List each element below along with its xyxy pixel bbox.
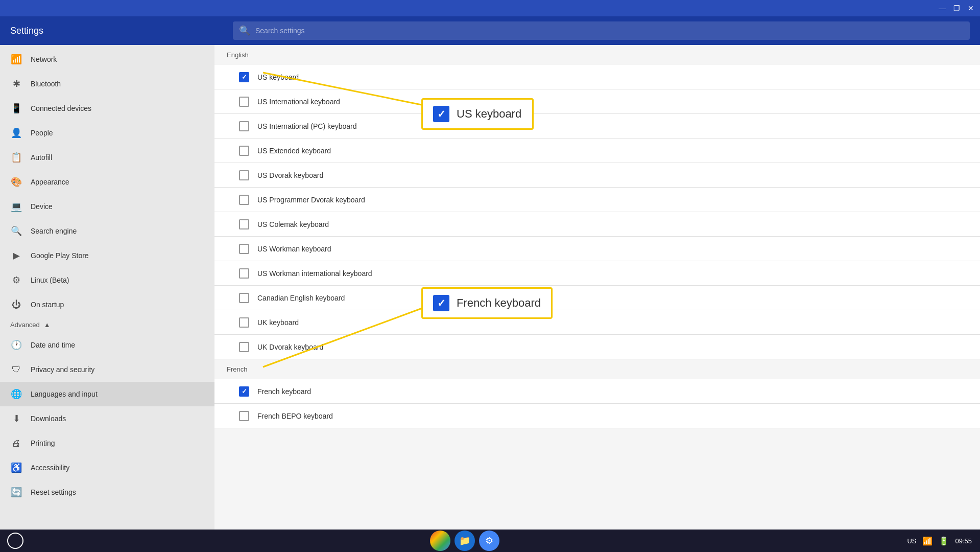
taskbar-center: 📁 ⚙ xyxy=(31,531,899,551)
keyboard-checkbox[interactable] xyxy=(239,72,249,82)
reset-icon: 🔄 xyxy=(10,486,22,498)
keyboard-item[interactable]: US Workman international keyboard xyxy=(214,261,980,286)
sidebar-item-linux[interactable]: ⚙ Linux (Beta) xyxy=(0,268,214,292)
keyboard-label: UK keyboard xyxy=(257,318,299,327)
app-title: Settings xyxy=(10,26,225,36)
keyboard-item[interactable]: US Programmer Dvorak keyboard xyxy=(214,188,980,212)
keyboard-item[interactable]: UK keyboard xyxy=(214,310,980,335)
sidebar-label-linux: Linux (Beta) xyxy=(31,276,69,284)
network-icon: 📶 xyxy=(10,53,22,65)
keyboard-checkbox[interactable] xyxy=(239,170,249,180)
us-callout-checkbox xyxy=(433,106,449,122)
keyboard-item[interactable]: US International keyboard xyxy=(214,89,980,114)
search-input[interactable] xyxy=(255,27,964,35)
chrome-app-button[interactable] xyxy=(430,531,450,551)
sidebar-label-google-play: Google Play Store xyxy=(31,251,89,260)
sidebar-item-on-startup[interactable]: ⏻ On startup xyxy=(0,292,214,317)
keyboard-item[interactable]: US Extended keyboard xyxy=(214,139,980,163)
sidebar-item-printing[interactable]: 🖨 Printing xyxy=(0,431,214,455)
sidebar-item-date-time[interactable]: 🕐 Date and time xyxy=(0,333,214,357)
section-header-1: French xyxy=(214,359,980,379)
keyboard-item[interactable]: US Workman keyboard xyxy=(214,237,980,261)
sidebar-label-reset: Reset settings xyxy=(31,488,76,496)
keyboard-checkbox[interactable] xyxy=(239,219,249,229)
keyboard-checkbox[interactable] xyxy=(239,317,249,328)
sidebar-item-device[interactable]: 💻 Device xyxy=(0,194,214,219)
keyboard-item[interactable]: US Colemak keyboard xyxy=(214,212,980,237)
keyboard-item[interactable]: French BEPO keyboard xyxy=(214,404,980,428)
sidebar-item-accessibility[interactable]: ♿ Accessibility xyxy=(0,455,214,480)
sidebar-item-connected-devices[interactable]: 📱 Connected devices xyxy=(0,96,214,121)
sidebar-item-network[interactable]: 📶 Network xyxy=(0,47,214,72)
sidebar-item-google-play[interactable]: ▶ Google Play Store xyxy=(0,243,214,268)
us-keyboard-callout: US keyboard xyxy=(421,98,534,130)
languages-icon: 🌐 xyxy=(10,388,22,400)
settings-app-button[interactable]: ⚙ xyxy=(479,531,499,551)
keyboard-checkbox[interactable] xyxy=(239,386,249,397)
keyboard-label: US Extended keyboard xyxy=(257,147,331,155)
keyboard-item[interactable]: French keyboard xyxy=(214,379,980,404)
keyboard-item[interactable]: US International (PC) keyboard xyxy=(214,114,980,139)
sidebar-item-appearance[interactable]: 🎨 Appearance xyxy=(0,170,214,194)
maximize-button[interactable]: ❐ xyxy=(951,3,962,13)
clock: 09:55 xyxy=(955,537,972,545)
keyboard-checkbox[interactable] xyxy=(239,293,249,303)
autofill-icon: 📋 xyxy=(10,151,22,164)
close-button[interactable]: ✕ xyxy=(966,3,976,13)
bluetooth-icon: ✱ xyxy=(10,78,22,90)
french-callout-checkbox xyxy=(433,295,449,311)
sidebar-item-search-engine[interactable]: 🔍 Search engine xyxy=(0,219,214,243)
header: Settings 🔍 xyxy=(0,16,980,45)
keyboard-item[interactable]: UK Dvorak keyboard xyxy=(214,335,980,359)
sidebar-item-privacy[interactable]: 🛡 Privacy and security xyxy=(0,357,214,382)
sidebar-item-languages[interactable]: 🌐 Languages and input xyxy=(0,382,214,406)
sidebar-label-appearance: Appearance xyxy=(31,178,69,186)
keyboard-checkbox[interactable] xyxy=(239,146,249,156)
keyboard-label: US Dvorak keyboard xyxy=(257,171,323,179)
sidebar-item-people[interactable]: 👤 People xyxy=(0,121,214,145)
keyboard-checkbox[interactable] xyxy=(239,411,249,421)
settings-icon: ⚙ xyxy=(485,535,493,546)
keyboard-label: US Programmer Dvorak keyboard xyxy=(257,196,365,204)
keyboard-checkbox[interactable] xyxy=(239,195,249,205)
printing-icon: 🖨 xyxy=(10,437,22,449)
keyboard-checkbox[interactable] xyxy=(239,268,249,279)
appearance-icon: 🎨 xyxy=(10,176,22,188)
date-time-icon: 🕐 xyxy=(10,339,22,351)
sidebar: 📶 Network ✱ Bluetooth 📱 Connected device… xyxy=(0,45,214,530)
search-icon: 🔍 xyxy=(239,25,250,36)
search-bar[interactable]: 🔍 xyxy=(233,21,970,40)
advanced-section[interactable]: Advanced ▲ xyxy=(0,317,214,333)
taskbar: 📁 ⚙ US 📶 🔋 09:55 xyxy=(0,530,980,552)
sidebar-item-downloads[interactable]: ⬇ Downloads xyxy=(0,406,214,431)
keyboard-label: UK Dvorak keyboard xyxy=(257,343,323,351)
keyboard-label: US Colemak keyboard xyxy=(257,220,329,228)
title-bar: — ❐ ✕ xyxy=(0,0,980,16)
keyboard-item[interactable]: US keyboard xyxy=(214,65,980,89)
sidebar-label-on-startup: On startup xyxy=(31,301,64,309)
keyboard-item[interactable]: US Dvorak keyboard xyxy=(214,163,980,188)
downloads-icon: ⬇ xyxy=(10,412,22,425)
content-area: EnglishUS keyboardUS International keybo… xyxy=(214,45,980,530)
google-play-icon: ▶ xyxy=(10,249,22,262)
files-app-button[interactable]: 📁 xyxy=(455,531,475,551)
taskbar-right: US 📶 🔋 09:55 xyxy=(899,536,980,546)
keyboard-checkbox[interactable] xyxy=(239,121,249,131)
on-startup-icon: ⏻ xyxy=(10,298,22,311)
sidebar-label-autofill: Autofill xyxy=(31,153,52,162)
taskbar-left xyxy=(0,533,31,549)
sidebar-label-device: Device xyxy=(31,202,53,211)
keyboard-item[interactable]: Canadian English keyboard xyxy=(214,286,980,310)
sidebar-item-autofill[interactable]: 📋 Autofill xyxy=(0,145,214,170)
sidebar-label-accessibility: Accessibility xyxy=(31,464,69,472)
home-button[interactable] xyxy=(7,533,23,549)
minimize-button[interactable]: — xyxy=(937,3,947,13)
keyboard-checkbox[interactable] xyxy=(239,244,249,254)
linux-icon: ⚙ xyxy=(10,274,22,286)
sidebar-item-reset[interactable]: 🔄 Reset settings xyxy=(0,480,214,504)
keyboard-checkbox[interactable] xyxy=(239,97,249,107)
sidebar-item-bluetooth[interactable]: ✱ Bluetooth xyxy=(0,72,214,96)
keyboard-checkbox[interactable] xyxy=(239,342,249,352)
sidebar-label-date-time: Date and time xyxy=(31,341,75,349)
us-callout-box: US keyboard xyxy=(421,98,534,130)
